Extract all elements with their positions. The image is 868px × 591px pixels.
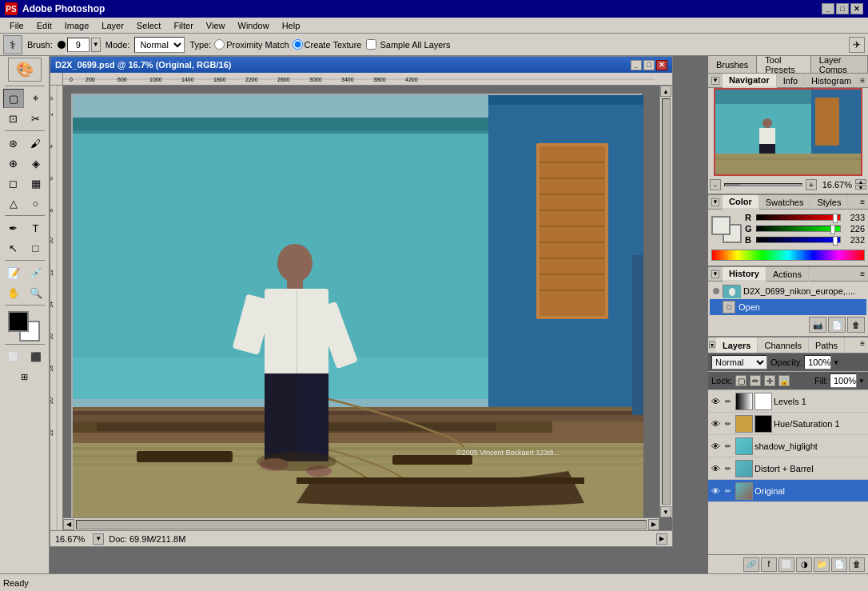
lock-position[interactable]: ✛ <box>764 375 775 386</box>
create-texture-radio[interactable]: Create Texture <box>293 39 362 50</box>
zoom-menu-button[interactable]: ▼ <box>93 533 104 545</box>
layer-row-shadow[interactable]: 👁 ✏ shadow_higlight <box>708 435 868 457</box>
g-track[interactable] <box>756 226 841 232</box>
lock-transparent-pixels[interactable]: ▢ <box>735 375 747 386</box>
swatches-tab[interactable]: Swatches <box>759 195 811 210</box>
doc-maximize-button[interactable]: □ <box>643 60 655 70</box>
scroll-up-button[interactable]: ▲ <box>660 86 671 97</box>
styles-tab[interactable]: Styles <box>810 195 848 210</box>
history-brush-tool[interactable]: ◈ <box>26 154 46 173</box>
actions-tab[interactable]: Actions <box>766 267 809 282</box>
opacity-dropdown[interactable]: ▼ <box>833 359 839 366</box>
doc-minimize-button[interactable]: _ <box>631 60 642 70</box>
history-collapse-button[interactable]: ▼ <box>711 270 719 278</box>
color-spectrum[interactable] <box>711 250 865 261</box>
menu-image[interactable]: Image <box>58 19 96 32</box>
history-item-open[interactable]: □ Open <box>710 299 866 315</box>
blend-mode-select[interactable]: Normal Multiply Screen <box>711 355 767 369</box>
text-tool[interactable]: T <box>26 218 46 238</box>
maximize-button[interactable]: □ <box>836 3 849 14</box>
brush-dropdown-button[interactable]: ▼ <box>91 38 101 52</box>
fill-dropdown[interactable]: ▼ <box>858 377 865 385</box>
sample-all-checkbox[interactable] <box>366 39 376 50</box>
history-item-file[interactable]: D2X_0699_nikon_europe,.... <box>710 283 866 299</box>
pen-tool[interactable]: ✒ <box>3 218 24 238</box>
foreground-color-box[interactable] <box>8 311 29 332</box>
blur-tool[interactable]: △ <box>3 194 24 213</box>
tool-presets-tab[interactable]: Tool Presets <box>757 56 810 73</box>
info-tab[interactable]: Info <box>777 74 805 88</box>
notes-tool[interactable]: 📝 <box>3 263 24 282</box>
new-document-button[interactable]: 📄 <box>828 317 846 333</box>
layer-visibility-hue-sat[interactable]: 👁 <box>710 418 721 429</box>
layer-visibility-levels[interactable]: 👁 <box>710 396 721 407</box>
add-style-button[interactable]: f <box>761 557 777 572</box>
menu-help[interactable]: Help <box>276 19 307 32</box>
minimize-button[interactable]: _ <box>822 3 834 14</box>
scroll-right-button[interactable]: ▶ <box>648 519 659 530</box>
layer-comps-tab[interactable]: Layer Comps <box>811 56 868 73</box>
r-track[interactable] <box>756 214 841 221</box>
layer-row-levels[interactable]: 👁 ✏ Levels 1 <box>708 390 868 413</box>
zoom-out-button[interactable]: - <box>710 179 721 190</box>
layer-row-original[interactable]: 👁 ✏ Original <box>708 480 868 502</box>
channels-tab[interactable]: Channels <box>758 337 808 353</box>
new-group-button[interactable]: 📁 <box>814 557 830 572</box>
menu-filter[interactable]: Filter <box>167 19 199 32</box>
layer-visibility-original[interactable]: 👁 <box>710 485 721 497</box>
slice-tool[interactable]: ✂ <box>26 109 46 128</box>
b-thumb[interactable] <box>833 236 838 246</box>
doc-close-button[interactable]: ✕ <box>656 60 667 70</box>
menu-window[interactable]: Window <box>232 19 276 32</box>
layers-menu-button[interactable]: ≡ <box>857 337 868 353</box>
zoom-down-button[interactable]: ▼ <box>855 185 866 190</box>
scroll-left-button[interactable]: ◀ <box>63 519 74 530</box>
dodge-tool[interactable]: ○ <box>26 194 46 213</box>
layer-visibility-distort[interactable]: 👁 <box>710 463 721 474</box>
brushes-tab[interactable]: Brushes <box>708 56 757 73</box>
history-menu-button[interactable]: ≡ <box>860 270 865 278</box>
g-thumb[interactable] <box>830 225 835 234</box>
gradient-tool[interactable]: ▦ <box>26 174 46 193</box>
link-layers-button[interactable]: 🔗 <box>743 557 759 572</box>
standard-mode-button[interactable]: ⬜ <box>3 347 24 366</box>
mode-select[interactable]: Normal Darken Lighten <box>134 37 185 53</box>
brush-size-input[interactable] <box>67 38 90 52</box>
layers-panel-collapse[interactable]: ▼ <box>708 337 716 352</box>
paths-tab[interactable]: Paths <box>809 337 845 353</box>
clone-stamp-tool[interactable]: ⊕ <box>3 154 24 173</box>
zoom-slider[interactable] <box>724 183 802 186</box>
panel-collapse-button[interactable]: ▼ <box>711 77 719 85</box>
navigator-tab[interactable]: Navigator <box>723 74 777 88</box>
delete-state-button[interactable]: 🗑 <box>847 317 865 333</box>
histogram-tab[interactable]: Histogram <box>805 74 858 88</box>
eraser-tool[interactable]: ◻ <box>3 174 24 193</box>
lock-image-pixels[interactable]: ✏ <box>750 375 761 386</box>
color-collapse-button[interactable]: ▼ <box>711 198 719 206</box>
color-menu-button[interactable]: ≡ <box>860 198 865 206</box>
delete-layer-button[interactable]: 🗑 <box>849 557 865 572</box>
lock-all[interactable]: 🔒 <box>778 375 790 386</box>
r-thumb[interactable] <box>833 214 838 223</box>
panel-menu-button[interactable]: ≡ <box>860 76 865 85</box>
layer-visibility-shadow[interactable]: 👁 <box>710 441 721 452</box>
menu-view[interactable]: View <box>200 19 232 32</box>
foreground-color-swatch[interactable] <box>711 216 731 235</box>
fill-input[interactable] <box>830 373 857 388</box>
scroll-down-button[interactable]: ▼ <box>660 506 671 517</box>
status-menu-button[interactable]: ▶ <box>656 533 667 545</box>
layers-tab[interactable]: Layers <box>716 337 758 353</box>
menu-select[interactable]: Select <box>130 19 168 32</box>
screen-mode-button[interactable]: ⊞ <box>3 367 46 386</box>
add-mask-button[interactable]: ⬜ <box>778 557 794 572</box>
hand-tool[interactable]: ✋ <box>3 283 24 302</box>
menu-file[interactable]: File <box>3 19 30 32</box>
menu-edit[interactable]: Edit <box>30 19 58 32</box>
zoom-tool[interactable]: 🔍 <box>26 283 46 302</box>
proximity-match-radio[interactable]: Proximity Match <box>214 39 289 50</box>
magic-wand-tool[interactable]: ⌖ <box>26 89 46 108</box>
vertical-scrollbar[interactable]: ▲ ▼ <box>659 86 672 517</box>
path-select-tool[interactable]: ↖ <box>3 238 24 258</box>
brush-tool[interactable]: 🖌 <box>26 134 46 153</box>
layer-row-distort[interactable]: 👁 ✏ Distort + Barrel <box>708 457 868 480</box>
